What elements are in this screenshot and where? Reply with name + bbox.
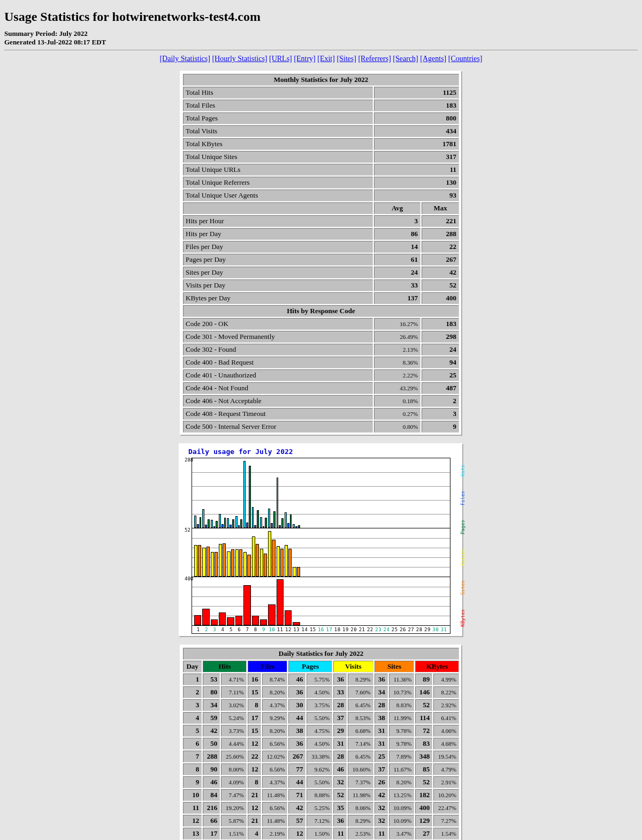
cell-sites_p: 3.47%: [389, 828, 415, 839]
cell-sites: 11: [374, 828, 388, 839]
cell-kb_p: 7.27%: [433, 815, 459, 827]
legend-hits: Hits: [460, 465, 468, 476]
cell-files_p: 2.19%: [262, 828, 288, 839]
cell-hits: 34: [203, 699, 220, 711]
cell-pages_p: 1.50%: [307, 828, 332, 839]
chart-legend: HitsFilesPagesVisitsSitesKBytes: [460, 458, 468, 634]
cell-day: 13: [183, 828, 202, 839]
nav-link-agents[interactable]: [Agents]: [420, 55, 446, 63]
cell-kb: 89: [415, 673, 432, 685]
resp-label: Code 401 - Unauthorized: [183, 369, 373, 381]
legend-sites: Sites: [460, 580, 468, 595]
cell-files: 8: [248, 699, 261, 711]
cell-hits_p: 1.51%: [221, 828, 247, 839]
nav-link-countries[interactable]: [Countries]: [448, 55, 483, 63]
cell-kb: 83: [415, 738, 432, 750]
cell-pages_p: 5.50%: [307, 712, 332, 724]
stat-label: Total Unique Sites: [183, 151, 373, 163]
nav-link-sites[interactable]: [Sites]: [337, 55, 356, 63]
cell-pages_p: 4.50%: [307, 738, 332, 750]
cell-sites: 38: [374, 712, 388, 724]
cell-sites: 37: [374, 763, 388, 775]
cell-hits_p: 3.73%: [221, 725, 247, 737]
cell-sites_p: 10.09%: [389, 815, 415, 827]
cell-kb: 129: [415, 815, 432, 827]
cell-pages: 44: [288, 712, 305, 724]
blank-head: [183, 202, 373, 214]
resp-title: Hits by Response Code: [183, 305, 459, 317]
cell-kb: 348: [415, 751, 432, 762]
nav-link-urls[interactable]: [URLs]: [269, 55, 292, 63]
daily-stats-block: Daily Statistics for July 2022 Day Hits …: [180, 645, 462, 840]
chart-panel: 52: [192, 528, 450, 577]
cell-day: 1: [183, 673, 202, 685]
chart-title: Daily usage for July 2022: [182, 447, 460, 458]
cell-kb_p: 2.92%: [433, 699, 459, 711]
cell-hits: 46: [203, 776, 220, 788]
cell-files: 12: [248, 802, 261, 814]
legend-visits: Visits: [460, 549, 468, 566]
stat-label: Files per Day: [183, 241, 373, 253]
stat-label: Total Files: [183, 100, 373, 111]
cell-hits: 84: [203, 789, 220, 801]
nav-link-hourly-statistics[interactable]: [Hourly Statistics]: [212, 55, 267, 63]
chart-panel: 400: [192, 577, 450, 626]
nav-link-daily-statistics[interactable]: [Daily Statistics]: [159, 55, 210, 63]
cell-pages_p: 4.50%: [307, 686, 332, 698]
th-day: Day: [183, 661, 202, 672]
resp-value: 25: [422, 369, 459, 381]
cell-kb: 27: [415, 828, 432, 839]
cell-sites: 32: [374, 802, 388, 814]
generated-date: Generated 13-Jul-2022 08:17 EDT: [4, 38, 638, 47]
cell-sites_p: 11.99%: [389, 712, 415, 724]
nav-link-search[interactable]: [Search]: [393, 55, 418, 63]
stat-label: Hits per Hour: [183, 215, 373, 227]
stat-avg: 33: [374, 279, 421, 291]
cell-visits_p: 7.37%: [348, 776, 373, 788]
stat-value: 183: [374, 100, 459, 111]
chart-area: 2885240012345678910111213141516171819202…: [192, 458, 450, 634]
legend-files: Files: [460, 491, 468, 505]
cell-files_p: 4.37%: [262, 776, 288, 788]
cell-kb_p: 10.20%: [433, 789, 459, 801]
nav-link-exit[interactable]: [Exit]: [317, 55, 335, 63]
cell-kb_p: 4.06%: [433, 725, 459, 737]
resp-pct: 0.18%: [374, 395, 421, 407]
cell-sites_p: 13.25%: [389, 789, 415, 801]
stat-value: 93: [374, 190, 459, 201]
stat-avg: 14: [374, 241, 421, 253]
th-pages: Pages: [288, 661, 332, 672]
cell-kb_p: 4.68%: [433, 738, 459, 750]
table-row: 5423.73%158.20%384.75%296.68%319.78%724.…: [183, 725, 459, 737]
nav-link-entry[interactable]: [Entry]: [294, 55, 315, 63]
nav-link-referrers[interactable]: [Referrers]: [358, 55, 391, 63]
resp-label: Code 406 - Not Acceptable: [183, 395, 373, 407]
cell-pages: 57: [288, 815, 305, 827]
cell-pages_p: 7.12%: [307, 815, 332, 827]
resp-label: Code 301 - Moved Permanently: [183, 331, 373, 343]
cell-visits: 46: [333, 763, 347, 775]
cell-files_p: 11.48%: [262, 815, 288, 827]
cell-sites_p: 9.78%: [389, 738, 415, 750]
cell-day: 7: [183, 751, 202, 762]
resp-value: 9: [422, 421, 459, 433]
stat-label: Total Visits: [183, 125, 373, 137]
cell-visits_p: 2.53%: [348, 828, 373, 839]
daily-title: Daily Statistics for July 2022: [183, 648, 459, 660]
cell-files_p: 8.20%: [262, 725, 288, 737]
cell-hits_p: 5.24%: [221, 712, 247, 724]
cell-files: 12: [248, 738, 261, 750]
cell-files_p: 8.74%: [262, 673, 288, 685]
cell-visits_p: 8.53%: [348, 712, 373, 724]
cell-files: 17: [248, 712, 261, 724]
cell-visits_p: 7.60%: [348, 686, 373, 698]
cell-sites_p: 11.67%: [389, 763, 415, 775]
resp-pct: 2.13%: [374, 344, 421, 355]
cell-kb_p: 4.99%: [433, 673, 459, 685]
stat-value: 1125: [374, 87, 459, 99]
resp-label: Code 302 - Found: [183, 344, 373, 355]
table-row: 1534.71%168.74%465.75%368.29%3611.36%894…: [183, 673, 459, 685]
cell-pages_p: 8.88%: [307, 789, 332, 801]
stat-label: Total Unique Referrers: [183, 177, 373, 188]
table-row: 9464.09%84.37%445.50%327.37%268.20%522.9…: [183, 776, 459, 788]
